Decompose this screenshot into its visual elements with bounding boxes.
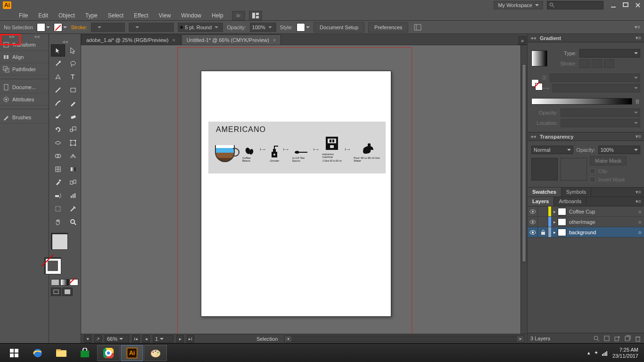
transparency-opacity[interactable]: 100% [598,146,640,154]
visibility-toggle[interactable] [528,206,538,216]
target-icon[interactable]: ○ [636,230,644,235]
first-artboard[interactable]: ▾ [84,335,91,343]
invert-mask-checkbox[interactable]: Invert Mask [590,177,625,182]
shape-builder-tool[interactable] [51,150,65,162]
tab-artboards[interactable]: Artboards [554,197,586,206]
pencil-tool[interactable] [66,97,80,109]
taskbar-illustrator[interactable]: Ai [121,345,143,361]
control-menu-icon[interactable]: ▾≡ [635,24,640,30]
line-tool[interactable] [51,84,65,96]
mask-target[interactable] [561,158,587,181]
variable-width-profile[interactable] [129,23,174,32]
taskbar-paint[interactable] [144,345,167,361]
layer-row[interactable]: ▸ otherImage ○ [528,217,644,227]
menu-file[interactable]: File [14,11,33,20]
gradient-angle[interactable] [550,74,640,82]
paintbrush-tool[interactable] [51,97,65,109]
artboard-tool[interactable] [51,203,65,215]
new-layer-icon[interactable] [624,335,631,342]
delete-layer-icon[interactable] [635,335,641,342]
doc-tab-1[interactable]: Untitled-1* @ 66% (CMYK/Preview)× [182,34,281,45]
gradient-tool[interactable] [66,163,80,175]
align-to-button[interactable] [412,23,423,32]
make-mask-button[interactable]: Make Mask [590,156,627,165]
panel-pathfinder[interactable]: Pathfinder [0,63,49,75]
tray-chevron-icon[interactable]: ▴ [587,350,590,356]
menu-view[interactable]: View [154,11,176,20]
tab-scroll[interactable]: » [519,36,526,45]
locate-layer-icon[interactable] [593,335,600,342]
tray-network-icon[interactable] [602,350,609,356]
menu-select[interactable]: Select [103,11,128,20]
close-button[interactable] [632,1,644,9]
canvas[interactable]: AMERICANO Coffee Beans ›→ Grinder ›→ [81,45,520,334]
rotate-tool[interactable] [51,123,65,136]
arrange-documents-button[interactable] [249,11,262,20]
symbol-sprayer-tool[interactable] [51,189,65,202]
gradient-preview[interactable] [531,50,547,66]
menu-type[interactable]: Type [81,11,102,20]
lock-toggle[interactable] [538,227,548,237]
vertical-scrollbar[interactable] [520,45,527,334]
none-mode[interactable] [70,279,78,286]
taskbar-ie[interactable] [26,345,49,361]
lasso-tool[interactable] [66,58,80,70]
horizontal-scrollbar[interactable]: ◂▸ [284,336,524,342]
gradient-mode[interactable] [60,279,69,286]
panel-document-info[interactable]: Docume... [0,81,49,93]
taskbar-explorer[interactable] [50,345,73,361]
scale-tool[interactable] [66,123,80,136]
maximize-button[interactable] [619,1,632,9]
direct-selection-tool[interactable] [66,44,80,57]
lock-toggle[interactable] [538,217,548,227]
selection-tool[interactable] [51,44,65,57]
panel-align[interactable]: Align [0,51,49,63]
clipping-mask-icon[interactable] [603,335,610,342]
menu-edit[interactable]: Edit [33,11,53,20]
tab-layers[interactable]: Layers [528,197,554,206]
tab-symbols[interactable]: Symbols [561,188,591,197]
menu-effect[interactable]: Effect [129,11,153,20]
mesh-tool[interactable] [51,163,65,175]
mask-thumb[interactable] [531,158,558,181]
normal-screen[interactable] [51,288,61,296]
close-tab-icon[interactable]: × [172,37,175,43]
clip-checkbox[interactable]: Clip [590,168,607,174]
layer-name[interactable]: otherImage [566,219,636,225]
blob-brush-tool[interactable] [51,110,65,123]
disclosure-icon[interactable]: ▸ [551,230,558,235]
layer-name[interactable]: Coffee Cup [566,209,636,214]
blend-mode[interactable]: Normal [531,146,573,154]
stroke-swatch[interactable] [54,23,62,32]
new-sublayer-icon[interactable] [614,335,620,342]
swatches-menu-icon[interactable]: ▾≡ [633,188,644,197]
gradient-ratio[interactable] [552,84,640,92]
graphic-style-swatch[interactable] [297,23,305,32]
panel-brushes[interactable]: Brushes [0,111,49,123]
document-setup-button[interactable]: Document Setup [314,22,364,33]
lock-toggle[interactable] [538,206,548,216]
nav-last[interactable]: ▸I [187,335,194,343]
slice-tool[interactable] [66,203,80,215]
hand-tool[interactable] [51,216,65,228]
stroke-weight[interactable] [91,23,125,32]
gradient-type[interactable] [579,49,640,58]
layers-menu-icon[interactable]: ▾≡ [633,197,644,206]
width-tool[interactable] [51,137,65,149]
free-transform-tool[interactable] [66,137,80,149]
change-screen[interactable] [62,288,73,296]
target-icon[interactable]: ○ [636,219,644,225]
perspective-grid-tool[interactable] [66,150,80,162]
toolbox-grip[interactable]: ◂◂ [49,39,81,42]
panel-transform[interactable]: Transform [0,39,49,51]
target-icon[interactable]: ○ [636,209,644,214]
gradient-stroke-options[interactable] [579,59,614,68]
zoom-level[interactable]: 66% [105,335,129,343]
menu-object[interactable]: Object [54,11,80,20]
menu-window[interactable]: Window [176,11,206,20]
pen-tool[interactable] [51,71,65,83]
zoom-tool[interactable] [66,216,80,228]
visibility-toggle[interactable] [528,217,538,227]
status-share[interactable]: ↗ [94,335,102,343]
delete-stop-icon[interactable]: 🗑 [635,99,640,104]
